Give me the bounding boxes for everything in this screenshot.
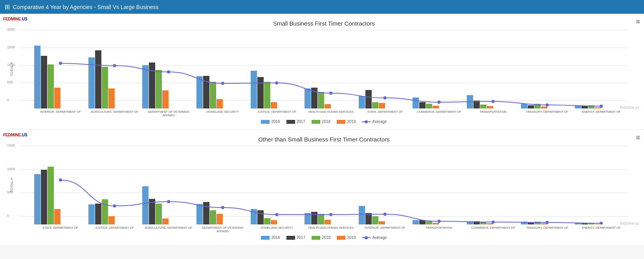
chart1-legend: 2016 2017 2018 2019 Average [20,119,628,124]
bar-0-1 [41,170,47,224]
bar-3-1 [203,76,209,108]
bar-0-3 [54,88,61,108]
x-label-9: TREASURY, DEPARTMENT OF [520,110,574,117]
bar-group-1 [88,50,142,108]
x-label-9: TREASURY, DEPARTMENT OF [520,226,574,233]
bar-group-5 [304,88,358,108]
bar-7-1 [419,220,426,224]
header-title: Comparative 4 Year by Agencies - Small V… [13,4,158,10]
bar-8-2 [480,105,486,108]
legend-color-2019 [337,120,345,124]
bar-9-1 [528,105,534,108]
bar-6-0 [359,96,365,108]
chart2-watermark: fedmine.us [620,221,639,226]
bar-group-3 [196,202,250,224]
legend-2016: 2016 [261,119,280,124]
bar-group-9 [520,104,574,108]
bar-10-3 [595,107,601,108]
bar-10-1 [582,223,588,224]
x-label-0: INTERIOR, DEPARTMENT OF [33,110,88,117]
bar-2-2 [156,204,162,224]
bar-group-8 [466,95,520,108]
bar-1-3 [108,88,115,108]
bar-8-2 [480,222,486,224]
bar-7-3 [433,223,439,224]
bar-5-2 [318,92,324,108]
bar-4-3 [271,220,277,224]
bar-group-8 [466,221,520,224]
chart2-section: FEDMINE.US Other than Small Business Fir… [0,130,644,246]
bar-4-1 [257,210,264,224]
chart1-wrapper: 2000 1500 1000 500 0 TOTAL # INTERIOR, D… [20,30,628,117]
bar-7-3 [433,106,439,108]
bar-3-3 [217,99,223,108]
bar-1-2 [102,67,108,108]
chart1-menu[interactable]: ≡ [636,18,640,26]
bar-6-0 [359,206,365,224]
x-label-1: JUSTICE, DEPARTMENT OF [88,226,142,233]
bar-8-3 [487,223,493,224]
bar-10-0 [575,106,581,108]
bar-group-3 [196,76,250,108]
legend2-color-2017 [286,236,295,240]
chart1-title: Small Business First Timer Contractors [20,20,628,27]
bar-9-2 [534,222,541,224]
bar-2-3 [162,90,169,108]
bar-5-3 [325,220,331,224]
main-content: FEDMINE.US Small Business First Timer Co… [0,14,644,246]
bar-3-0 [196,76,203,108]
bar-2-1 [149,62,155,108]
bar-0-2 [48,64,54,108]
legend-color-2016 [261,120,270,124]
bar-group-9 [520,222,574,224]
bar-5-3 [325,104,331,108]
chart2-title: Other than Small Business First Timer Co… [20,136,628,143]
bar-6-3 [379,221,385,224]
bar-group-2 [141,186,196,224]
legend-line-avg [362,121,371,122]
x-label-5: HEALTH AND HUMAN SERVICES [304,226,358,233]
bar-1-3 [108,216,115,224]
bar-2-1 [149,199,155,224]
legend2-color-2018 [312,236,320,240]
bar-group-7 [412,97,466,108]
bar-5-1 [311,88,317,108]
bar-6-2 [372,216,378,224]
bar-9-3 [541,107,547,108]
bar-10-2 [588,105,594,108]
x-label-4: JUSTICE, DEPARTMENT OF [250,110,304,117]
bar-0-3 [54,209,61,224]
bar-4-2 [264,82,270,108]
x-label-10: ENERGY, DEPARTMENT OF [574,110,628,117]
fedmine-logo-2: FEDMINE.US [3,133,28,137]
x-label-2: DEPARTMENT OF VETERANS AFFAIRS [141,110,196,117]
bar-5-0 [305,213,311,224]
legend-avg: Average [362,119,387,124]
chart2-menu[interactable]: ≡ [636,134,640,142]
x-label-7: TRANSPORTATION [412,226,466,233]
bar-5-1 [311,212,317,224]
bar-4-2 [264,218,270,224]
bar-1-1 [95,204,101,224]
bar-8-1 [473,221,480,224]
bar-10-2 [588,223,594,224]
chart1-bars [33,30,628,108]
legend2-color-2019 [337,236,345,240]
bar-1-2 [102,199,108,224]
x-label-1: AGRICULTURE, DEPARTMENT OF [88,110,142,117]
bar-2-3 [162,219,169,224]
bar-4-1 [257,77,264,108]
bar-8-0 [467,221,473,224]
legend-2017: 2017 [286,119,305,124]
bar-group-6 [358,90,412,108]
bar-8-3 [487,106,493,108]
x-label-5: HEALTH AND HUMAN SERVICES [304,110,358,117]
bar-5-0 [305,88,311,108]
bar-9-0 [521,104,527,108]
legend2-2016: 2016 [261,235,280,240]
bar-group-0 [33,167,88,224]
bar-7-0 [413,97,419,108]
header-bar: ⊞ Comparative 4 Year by Agencies - Small… [0,0,644,14]
x-label-8: COMMERCE, DEPARTMENT OF [466,226,520,233]
legend2-avg: Average [362,235,387,240]
